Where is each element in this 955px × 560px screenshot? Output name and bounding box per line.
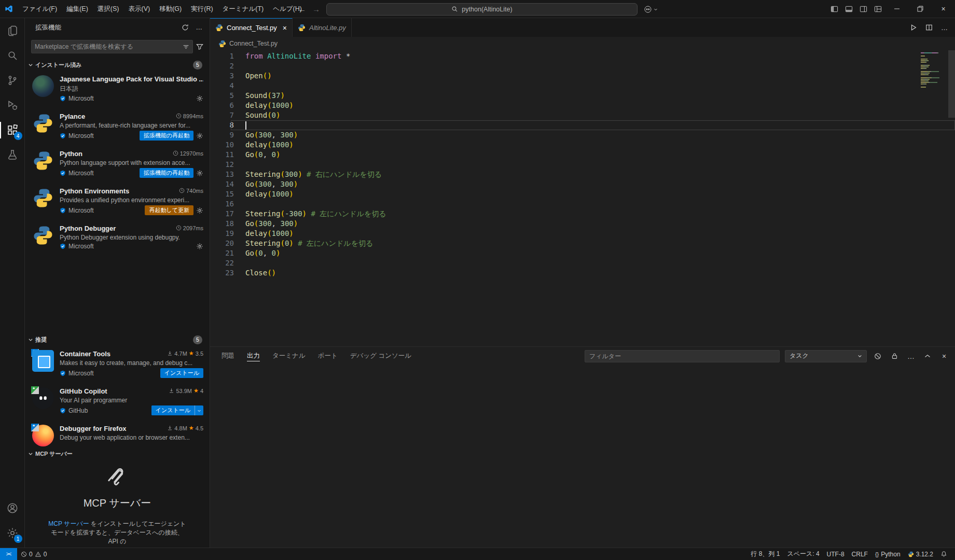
indentation[interactable]: スペース: 4 bbox=[783, 548, 823, 560]
code-line-12[interactable]: 12 bbox=[210, 160, 955, 170]
section-mcp[interactable]: MCP サーバー bbox=[25, 447, 210, 460]
menu-edit[interactable]: 編集(E) bbox=[62, 2, 93, 16]
customize-layout-icon[interactable] bbox=[870, 2, 885, 16]
activity-run-debug-icon[interactable] bbox=[0, 93, 25, 118]
activity-search-icon[interactable] bbox=[0, 43, 25, 68]
code-line-14[interactable]: 14Go(300, 300) bbox=[210, 179, 955, 189]
minimap[interactable] bbox=[921, 52, 947, 88]
refresh-icon[interactable] bbox=[182, 24, 189, 31]
tab-altinolite[interactable]: AltinoLite.py bbox=[293, 18, 352, 37]
install-split-button[interactable]: インストール bbox=[151, 405, 203, 415]
activity-testing-icon[interactable] bbox=[0, 143, 25, 167]
extension-action-button[interactable]: 拡張機能の再起動 bbox=[140, 168, 193, 178]
extension-action-button[interactable]: インストール bbox=[160, 368, 203, 378]
extension-action-button[interactable]: 再起動して更新 bbox=[145, 205, 193, 215]
close-tab-icon[interactable]: × bbox=[283, 24, 287, 32]
code-line-9[interactable]: 9Go(300, 300) bbox=[210, 130, 955, 140]
menu-selection[interactable]: 選択(S) bbox=[93, 2, 124, 16]
restore-button[interactable] bbox=[908, 0, 932, 18]
gear-icon[interactable] bbox=[196, 132, 203, 139]
code-line-19[interactable]: 19delay(1000) bbox=[210, 229, 955, 239]
code-line-21[interactable]: 21Go(0, 0) bbox=[210, 248, 955, 258]
section-recommended[interactable]: 推奨 5 bbox=[25, 333, 210, 346]
more-actions-icon[interactable]: … bbox=[941, 24, 948, 32]
extension-item-python-environments[interactable]: Python Environments740msProvides a unifi… bbox=[25, 183, 210, 220]
code-line-15[interactable]: 15delay(1000) bbox=[210, 189, 955, 199]
lock-scroll-icon[interactable] bbox=[889, 351, 900, 362]
output-content[interactable] bbox=[210, 365, 955, 548]
activity-extensions-icon[interactable]: 4 bbox=[0, 118, 25, 143]
close-panel-icon[interactable]: × bbox=[938, 351, 950, 362]
output-filter-input[interactable] bbox=[585, 350, 780, 362]
gear-icon[interactable] bbox=[196, 95, 203, 102]
code-line-23[interactable]: 23Close() bbox=[210, 268, 955, 278]
eol-sequence[interactable]: CRLF bbox=[848, 548, 871, 560]
notifications-bell-icon[interactable] bbox=[937, 548, 951, 560]
code-line-17[interactable]: 17Steering(-300) # 左にハンドルを切る bbox=[210, 209, 955, 219]
command-center-search[interactable]: python(AltinoLite) bbox=[326, 3, 638, 16]
python-interpreter[interactable]: 3.12.2 bbox=[904, 548, 937, 560]
extension-item-pylance[interactable]: Pylance8994msA performant, feature-rich … bbox=[25, 108, 210, 146]
section-installed[interactable]: インストール済み 5 bbox=[25, 59, 210, 71]
code-editor[interactable]: 1from AltinoLite import *23Open()45Sound… bbox=[210, 50, 955, 346]
menu-run[interactable]: 実行(R) bbox=[186, 2, 217, 16]
extensions-search-box[interactable] bbox=[31, 40, 193, 53]
code-line-3[interactable]: 3Open() bbox=[210, 71, 955, 81]
gear-icon[interactable] bbox=[196, 243, 203, 250]
more-actions-icon[interactable]: … bbox=[196, 24, 203, 31]
close-window-button[interactable]: × bbox=[932, 0, 955, 18]
panel-tab-ports[interactable]: ポート bbox=[318, 347, 338, 365]
code-line-5[interactable]: 5Sound(37) bbox=[210, 91, 955, 101]
code-line-1[interactable]: 1from AltinoLite import * bbox=[210, 51, 955, 61]
panel-tab-debug-console[interactable]: デバッグ コンソール bbox=[350, 347, 411, 365]
extension-item-japanese-language-pack-for-visual-studio-[interactable]: Japanese Language Pack for Visual Studio… bbox=[25, 71, 210, 108]
activity-explorer-icon[interactable] bbox=[0, 18, 25, 43]
run-python-file-icon[interactable] bbox=[910, 24, 917, 31]
panel-more-actions-icon[interactable]: … bbox=[905, 351, 917, 362]
code-line-10[interactable]: 10delay(1000) bbox=[210, 140, 955, 150]
code-line-13[interactable]: 13Steering(300) # 右にハンドルを切る bbox=[210, 170, 955, 179]
tab-connect-test[interactable]: Connect_Test.py × bbox=[210, 18, 293, 37]
panel-tab-output[interactable]: 出力 bbox=[247, 347, 260, 365]
menu-terminal[interactable]: ターミナル(T) bbox=[218, 2, 269, 16]
extension-item-python[interactable]: Python12970msPython language support wit… bbox=[25, 146, 210, 183]
language-mode[interactable]: {}Python bbox=[871, 548, 904, 560]
code-line-8[interactable]: 8 bbox=[210, 120, 955, 130]
code-line-2[interactable]: 2 bbox=[210, 61, 955, 71]
problems-status[interactable]: 0 0 bbox=[17, 548, 50, 560]
editor-scrollbar[interactable] bbox=[948, 50, 955, 118]
gear-icon[interactable] bbox=[196, 170, 203, 177]
extension-action-button[interactable]: 拡張機能の再起動 bbox=[140, 131, 193, 141]
install-dropdown-icon[interactable] bbox=[195, 405, 203, 415]
copilot-menu[interactable] bbox=[644, 5, 658, 13]
panel-tab-problems[interactable]: 問題 bbox=[222, 347, 234, 365]
clear-output-icon[interactable] bbox=[872, 351, 883, 362]
code-line-4[interactable]: 4 bbox=[210, 81, 955, 91]
toggle-sidebar-icon[interactable] bbox=[827, 2, 841, 16]
mcp-link[interactable]: MCP サーバー bbox=[48, 520, 89, 527]
remote-indicator[interactable]: >< bbox=[0, 548, 17, 560]
filter-funnel-icon[interactable] bbox=[196, 43, 203, 50]
menu-file[interactable]: ファイル(F) bbox=[18, 2, 62, 16]
search-options-icon[interactable] bbox=[183, 44, 189, 50]
gear-icon[interactable] bbox=[196, 207, 203, 214]
extension-item-python-debugger[interactable]: Python Debugger2097msPython Debugger ext… bbox=[25, 220, 210, 258]
activity-source-control-icon[interactable] bbox=[0, 68, 25, 93]
code-line-6[interactable]: 6delay(1000) bbox=[210, 101, 955, 110]
toggle-panel-icon[interactable] bbox=[841, 2, 856, 16]
toggle-secondary-sidebar-icon[interactable] bbox=[856, 2, 870, 16]
split-editor-icon[interactable] bbox=[925, 24, 933, 31]
breadcrumb[interactable]: Connect_Test.py bbox=[210, 37, 955, 50]
back-arrow-icon[interactable]: ← bbox=[298, 5, 306, 13]
code-line-7[interactable]: 7Sound(0) bbox=[210, 110, 955, 120]
menu-go[interactable]: 移動(G) bbox=[155, 2, 186, 16]
extension-item-github-copilot[interactable]: ★GitHub Copilot53.9M★4Your AI pair progr… bbox=[25, 383, 210, 421]
forward-arrow-icon[interactable]: → bbox=[312, 5, 320, 13]
code-line-20[interactable]: 20Steering(0) # 左にハンドルを切る bbox=[210, 239, 955, 248]
settings-gear-icon[interactable]: 1 bbox=[0, 521, 25, 545]
code-line-18[interactable]: 18Go(300, 300) bbox=[210, 219, 955, 229]
account-icon[interactable] bbox=[0, 496, 25, 521]
menu-view[interactable]: 表示(V) bbox=[123, 2, 155, 16]
extension-item-container-tools[interactable]: ★Container Tools4.7M★3.5Makes it easy to… bbox=[25, 346, 210, 383]
maximize-panel-icon[interactable] bbox=[922, 351, 933, 362]
